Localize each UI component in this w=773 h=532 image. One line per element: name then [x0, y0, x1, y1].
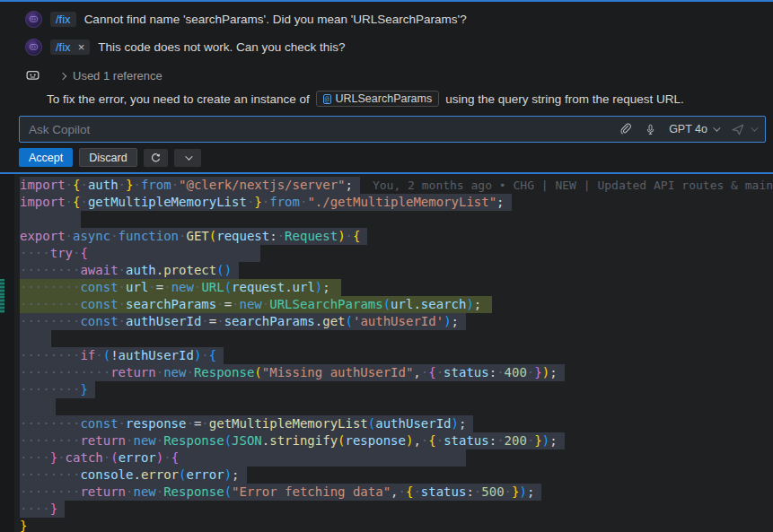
chevron-down-icon	[751, 124, 758, 131]
chevron-down-icon	[185, 153, 192, 160]
discard-button[interactable]: Discard	[79, 148, 136, 167]
chat-turn-text: This code does not work. Can you check t…	[98, 40, 345, 54]
microphone-icon[interactable]	[645, 123, 656, 136]
diff-added-gutter-marker	[0, 279, 4, 296]
chevron-down-icon	[713, 124, 720, 131]
code-line	[0, 398, 773, 415]
used-references-toggle[interactable]: Used 1 reference	[25, 68, 773, 83]
rerun-button[interactable]	[144, 149, 168, 167]
slash-command-chip[interactable]: /fix	[50, 12, 76, 27]
close-icon[interactable]: ×	[78, 40, 85, 54]
chat-turn-text: Cannot find name 'searchParams'. Did you…	[84, 13, 467, 26]
attach-icon[interactable]	[619, 123, 632, 136]
git-blame-annotation: You, 2 months ago • CHG | NEW | Updated …	[373, 179, 773, 192]
code-line: ········}	[0, 381, 773, 398]
code-line: export·async·function·GET(request:·Reque…	[0, 228, 773, 245]
copilot-avatar-icon	[25, 11, 42, 28]
code-line: ····}	[0, 501, 773, 518]
chat-input-box: GPT 4o	[19, 116, 766, 143]
accept-button[interactable]: Accept	[19, 148, 73, 167]
code-line: ····try·{	[0, 245, 773, 262]
code-line: ········console.error(error);	[0, 467, 773, 484]
inline-chat-actions: Accept Discard	[19, 148, 773, 167]
indent-guide	[50, 330, 51, 347]
copilot-avatar-icon	[25, 39, 42, 56]
code-line: import·{·getMultipleMemoryList·}·from·".…	[0, 194, 773, 211]
code-line: ····}·catch·(error)·{	[0, 449, 773, 467]
symbol-chip[interactable]: @ URLSearchParams	[316, 91, 440, 107]
code-line: ········return·new·Response("Error fetch…	[0, 484, 773, 501]
diff-added-gutter-marker	[0, 296, 4, 313]
used-references-label: Used 1 reference	[73, 69, 163, 83]
model-label: GPT 4o	[669, 123, 707, 135]
more-actions-dropdown[interactable]	[174, 149, 201, 167]
indent-guide	[50, 398, 51, 415]
slash-command-chip[interactable]: /fix ×	[50, 39, 90, 55]
code-line: }	[0, 518, 773, 532]
code-line: ········await·auth.protect()	[0, 262, 773, 279]
code-line	[0, 330, 773, 347]
code-line: ········const·authUserId·=·searchParams.…	[0, 313, 773, 330]
chat-turn-2: /fix × This code does not work. Can you …	[25, 39, 773, 56]
slash-command-label: /fix	[56, 40, 71, 54]
send-button[interactable]	[731, 123, 756, 136]
chat-turn-1: /fix Cannot find name 'searchParams'. Di…	[25, 11, 773, 28]
answer-text-after: using the query string from the request …	[445, 92, 684, 106]
slash-command-label: /fix	[56, 13, 71, 26]
code-editor[interactable]: import·{·auth·}·from·"@clerk/nextjs/serv…	[0, 174, 773, 532]
inline-chat-widget: /fix Cannot find name 'searchParams'. Di…	[0, 0, 773, 174]
chevron-right-icon	[59, 72, 66, 79]
code-line: ········return·new·Response(JSON.stringi…	[0, 432, 773, 449]
copilot-robot-icon	[25, 68, 40, 83]
code-line: ········const·searchParams·=·new·URLSear…	[0, 296, 773, 313]
code-line: ········const·response·=·getMultipleMemo…	[0, 415, 773, 432]
code-line	[0, 211, 773, 228]
code-line: ············return·new·Response("Missing…	[0, 364, 773, 381]
code-line: ········if·(!authUserId)·{	[0, 347, 773, 364]
code-line: ········const·url·=·new·URL(request.url)…	[0, 279, 773, 296]
chat-input[interactable]	[20, 123, 619, 136]
model-selector[interactable]: GPT 4o	[669, 123, 718, 135]
code-area: import·{·auth·}·from·"@clerk/nextjs/serv…	[0, 174, 773, 532]
chat-history: /fix Cannot find name 'searchParams'. Di…	[0, 2, 773, 107]
copilot-answer: To fix the error, you need to create an …	[47, 91, 773, 107]
symbol-chip-label: URLSearchParams	[336, 92, 433, 105]
answer-text-before: To fix the error, you need to create an …	[47, 92, 310, 106]
code-line: import·{·auth·}·from·"@clerk/nextjs/serv…	[0, 177, 773, 194]
symbol-reference-icon: @	[323, 94, 331, 104]
